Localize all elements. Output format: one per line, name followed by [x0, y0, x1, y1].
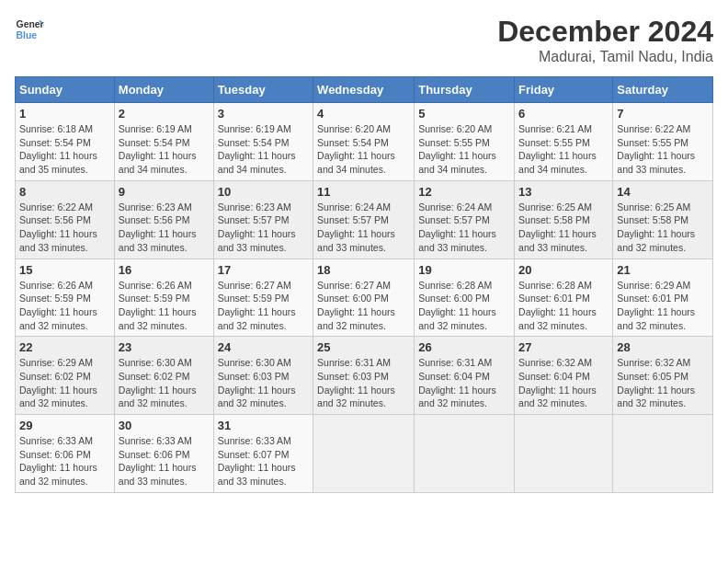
location: Madurai, Tamil Nadu, India [497, 49, 713, 65]
day-number: 10 [218, 185, 309, 199]
day-info: Sunrise: 6:32 AM Sunset: 6:04 PM Dayligh… [518, 357, 597, 408]
week-row: 15 Sunrise: 6:26 AM Sunset: 5:59 PM Dayl… [16, 259, 713, 337]
day-number: 17 [218, 263, 309, 277]
day-cell: 5 Sunrise: 6:20 AM Sunset: 5:55 PM Dayli… [415, 103, 515, 181]
day-number: 30 [119, 419, 210, 432]
day-number: 11 [317, 185, 410, 199]
day-info: Sunrise: 6:30 AM Sunset: 6:03 PM Dayligh… [218, 357, 296, 408]
day-info: Sunrise: 6:28 AM Sunset: 6:01 PM Dayligh… [518, 280, 597, 331]
day-number: 14 [617, 185, 709, 199]
day-cell: 1 Sunrise: 6:18 AM Sunset: 5:54 PM Dayli… [16, 103, 115, 181]
day-cell: 13 Sunrise: 6:25 AM Sunset: 5:58 PM Dayl… [515, 180, 613, 259]
day-number: 2 [119, 107, 210, 121]
day-number: 25 [317, 340, 410, 354]
day-number: 1 [19, 107, 110, 121]
svg-text:Blue: Blue [17, 30, 38, 40]
day-cell: 31 Sunrise: 6:33 AM Sunset: 6:07 PM Dayl… [213, 415, 313, 493]
day-info: Sunrise: 6:32 AM Sunset: 6:05 PM Dayligh… [617, 357, 695, 408]
day-number: 4 [317, 107, 410, 121]
day-cell: 8 Sunrise: 6:22 AM Sunset: 5:56 PM Dayli… [16, 180, 115, 259]
day-cell: 23 Sunrise: 6:30 AM Sunset: 6:02 PM Dayl… [114, 337, 213, 415]
day-cell: 12 Sunrise: 6:24 AM Sunset: 5:57 PM Dayl… [415, 180, 515, 259]
day-cell: 27 Sunrise: 6:32 AM Sunset: 6:04 PM Dayl… [515, 337, 613, 415]
header-row: Sunday Monday Tuesday Wednesday Thursday… [16, 77, 713, 103]
day-cell [515, 415, 613, 493]
day-info: Sunrise: 6:23 AM Sunset: 5:56 PM Dayligh… [119, 201, 197, 253]
day-info: Sunrise: 6:27 AM Sunset: 6:00 PM Dayligh… [317, 280, 395, 331]
day-info: Sunrise: 6:21 AM Sunset: 5:55 PM Dayligh… [518, 123, 597, 175]
day-cell: 19 Sunrise: 6:28 AM Sunset: 6:00 PM Dayl… [415, 259, 515, 337]
day-cell [613, 415, 713, 493]
col-tuesday: Tuesday [213, 77, 313, 103]
day-number: 12 [418, 185, 510, 199]
day-cell: 25 Sunrise: 6:31 AM Sunset: 6:03 PM Dayl… [313, 337, 415, 415]
day-cell: 3 Sunrise: 6:19 AM Sunset: 5:54 PM Dayli… [213, 103, 313, 181]
day-cell: 2 Sunrise: 6:19 AM Sunset: 5:54 PM Dayli… [114, 103, 213, 181]
title-block: December 2024 Madurai, Tamil Nadu, India [497, 15, 713, 65]
day-number: 6 [518, 107, 609, 121]
day-info: Sunrise: 6:33 AM Sunset: 6:07 PM Dayligh… [218, 435, 296, 487]
day-info: Sunrise: 6:19 AM Sunset: 5:54 PM Dayligh… [119, 123, 197, 175]
day-cell: 22 Sunrise: 6:29 AM Sunset: 6:02 PM Dayl… [16, 337, 115, 415]
day-number: 3 [218, 107, 309, 121]
day-info: Sunrise: 6:26 AM Sunset: 5:59 PM Dayligh… [119, 280, 197, 331]
day-cell: 21 Sunrise: 6:29 AM Sunset: 6:01 PM Dayl… [613, 259, 713, 337]
day-cell: 7 Sunrise: 6:22 AM Sunset: 5:55 PM Dayli… [613, 103, 713, 181]
day-number: 9 [119, 185, 210, 199]
col-wednesday: Wednesday [313, 77, 415, 103]
day-cell: 16 Sunrise: 6:26 AM Sunset: 5:59 PM Dayl… [114, 259, 213, 337]
day-number: 16 [119, 263, 210, 277]
day-number: 31 [218, 419, 309, 432]
day-info: Sunrise: 6:20 AM Sunset: 5:55 PM Dayligh… [418, 123, 496, 175]
day-number: 15 [19, 263, 110, 277]
day-cell: 14 Sunrise: 6:25 AM Sunset: 5:58 PM Dayl… [613, 180, 713, 259]
day-cell: 6 Sunrise: 6:21 AM Sunset: 5:55 PM Dayli… [515, 103, 613, 181]
day-info: Sunrise: 6:29 AM Sunset: 6:02 PM Dayligh… [19, 357, 97, 408]
col-thursday: Thursday [415, 77, 515, 103]
calendar-table: Sunday Monday Tuesday Wednesday Thursday… [15, 76, 713, 493]
week-row: 22 Sunrise: 6:29 AM Sunset: 6:02 PM Dayl… [16, 337, 713, 415]
day-number: 23 [119, 340, 210, 354]
day-info: Sunrise: 6:26 AM Sunset: 5:59 PM Dayligh… [19, 280, 97, 331]
col-monday: Monday [114, 77, 213, 103]
day-info: Sunrise: 6:27 AM Sunset: 5:59 PM Dayligh… [218, 280, 296, 331]
day-number: 7 [617, 107, 709, 121]
day-info: Sunrise: 6:28 AM Sunset: 6:00 PM Dayligh… [418, 280, 496, 331]
day-cell: 30 Sunrise: 6:33 AM Sunset: 6:06 PM Dayl… [114, 415, 213, 493]
week-row: 1 Sunrise: 6:18 AM Sunset: 5:54 PM Dayli… [16, 103, 713, 181]
week-row: 8 Sunrise: 6:22 AM Sunset: 5:56 PM Dayli… [16, 180, 713, 259]
day-number: 24 [218, 340, 309, 354]
day-number: 20 [518, 263, 609, 277]
day-number: 29 [19, 419, 110, 432]
day-info: Sunrise: 6:25 AM Sunset: 5:58 PM Dayligh… [617, 201, 695, 253]
header: General Blue December 2024 Madurai, Tami… [15, 15, 713, 65]
day-number: 13 [518, 185, 609, 199]
day-cell [415, 415, 515, 493]
day-info: Sunrise: 6:22 AM Sunset: 5:56 PM Dayligh… [19, 201, 97, 253]
day-info: Sunrise: 6:22 AM Sunset: 5:55 PM Dayligh… [617, 123, 695, 175]
day-info: Sunrise: 6:30 AM Sunset: 6:02 PM Dayligh… [119, 357, 197, 408]
day-info: Sunrise: 6:31 AM Sunset: 6:04 PM Dayligh… [418, 357, 496, 408]
day-number: 18 [317, 263, 410, 277]
day-number: 19 [418, 263, 510, 277]
day-info: Sunrise: 6:19 AM Sunset: 5:54 PM Dayligh… [218, 123, 296, 175]
day-number: 5 [418, 107, 510, 121]
day-cell: 11 Sunrise: 6:24 AM Sunset: 5:57 PM Dayl… [313, 180, 415, 259]
day-info: Sunrise: 6:33 AM Sunset: 6:06 PM Dayligh… [119, 435, 197, 487]
day-cell [313, 415, 415, 493]
day-cell: 24 Sunrise: 6:30 AM Sunset: 6:03 PM Dayl… [213, 337, 313, 415]
day-cell: 18 Sunrise: 6:27 AM Sunset: 6:00 PM Dayl… [313, 259, 415, 337]
day-cell: 17 Sunrise: 6:27 AM Sunset: 5:59 PM Dayl… [213, 259, 313, 337]
day-number: 28 [617, 340, 709, 354]
day-info: Sunrise: 6:23 AM Sunset: 5:57 PM Dayligh… [218, 201, 296, 253]
day-info: Sunrise: 6:24 AM Sunset: 5:57 PM Dayligh… [418, 201, 496, 253]
month-title: December 2024 [497, 15, 713, 49]
day-cell: 28 Sunrise: 6:32 AM Sunset: 6:05 PM Dayl… [613, 337, 713, 415]
day-info: Sunrise: 6:20 AM Sunset: 5:54 PM Dayligh… [317, 123, 395, 175]
day-cell: 10 Sunrise: 6:23 AM Sunset: 5:57 PM Dayl… [213, 180, 313, 259]
day-cell: 9 Sunrise: 6:23 AM Sunset: 5:56 PM Dayli… [114, 180, 213, 259]
day-number: 22 [19, 340, 110, 354]
day-number: 27 [518, 340, 609, 354]
col-friday: Friday [515, 77, 613, 103]
day-info: Sunrise: 6:29 AM Sunset: 6:01 PM Dayligh… [617, 280, 695, 331]
